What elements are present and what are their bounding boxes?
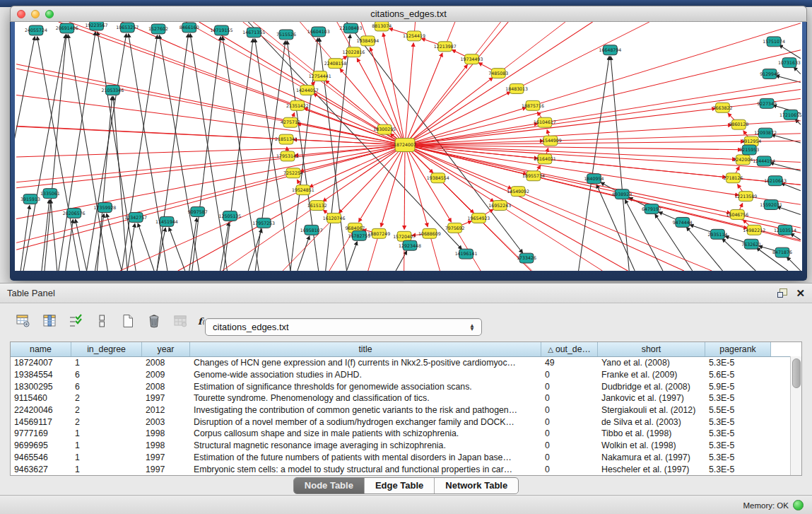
network-node[interactable]: 14196141 — [455, 249, 478, 259]
cell-pagerank[interactable]: 5.3E-5 — [705, 428, 771, 438]
network-node[interactable]: 3915913 — [20, 194, 40, 204]
network-node[interactable]: 12444194 — [753, 156, 775, 166]
network-node[interactable]: 12022816 — [343, 47, 365, 57]
column-header-out_de[interactable]: △out_de… — [541, 342, 598, 356]
network-node[interactable]: 7975692 — [445, 223, 465, 233]
network-node[interactable]: 8938923 — [612, 189, 632, 199]
column-header-name[interactable]: name — [11, 342, 71, 356]
cell-out_de[interactable]: 0 — [541, 382, 598, 392]
network-node[interactable]: 1733426 — [517, 253, 536, 263]
cell-short[interactable]: Dudbridge et al. (2008) — [598, 382, 705, 392]
network-node[interactable]: 12103514 — [774, 225, 796, 235]
cell-short[interactable]: Nakamura et al. (1997) — [598, 452, 705, 462]
table-row[interactable]: 1872400712008Changes of HCN gene express… — [11, 357, 801, 369]
cell-in_degree[interactable]: 2 — [71, 417, 142, 427]
cell-year[interactable]: 1997 — [142, 452, 190, 462]
table-row[interactable]: 911546021997Tourette syndrome. Phenomeno… — [11, 392, 801, 404]
cell-name[interactable]: 9699695 — [11, 440, 71, 450]
float-panel-icon[interactable] — [777, 288, 787, 298]
network-node[interactable]: 10719155 — [211, 25, 233, 35]
network-node[interactable]: 3215953 — [739, 145, 759, 155]
cell-short[interactable]: Tibbo et al. (1998) — [598, 428, 705, 438]
table-vertical-scrollbar[interactable] — [790, 356, 801, 475]
tab-edge-table[interactable]: Edge Table — [365, 478, 435, 493]
network-node[interactable]: 4275712 — [281, 117, 300, 127]
network-node[interactable]: 2935114 — [708, 229, 728, 239]
cell-in_degree[interactable]: 1 — [71, 452, 142, 462]
network-node[interactable]: 16164021 — [534, 154, 556, 164]
table-row[interactable]: 946554611997Estimation of the future num… — [11, 452, 801, 464]
network-node[interactable]: 16120746 — [323, 213, 346, 223]
cell-in_degree[interactable]: 6 — [71, 382, 142, 392]
network-node[interactable]: 16952243 — [488, 201, 511, 211]
network-node[interactable]: 12093872 — [754, 128, 777, 138]
network-node[interactable]: 17957253 — [252, 218, 275, 228]
cell-short[interactable]: Wolkin et al. (1998) — [598, 440, 705, 450]
network-node[interactable]: 2242004 — [733, 155, 753, 165]
cell-name[interactable]: 18724007 — [11, 358, 71, 368]
cell-short[interactable]: de Silva et al. (2003) — [598, 417, 705, 427]
scrollbar-thumb[interactable] — [792, 358, 801, 388]
cell-out_de[interactable]: 0 — [541, 440, 598, 450]
cell-title[interactable]: Disruption of a novel member of a sodium… — [190, 417, 541, 427]
table-select-dropdown[interactable]: citations_edges.txt ▲▼ — [205, 318, 482, 336]
network-node[interactable]: 2718126 — [723, 173, 743, 183]
network-node[interactable]: 21851341 — [275, 134, 298, 144]
cell-pagerank[interactable]: 5.3E-5 — [705, 358, 771, 368]
column-header-short[interactable]: short — [598, 342, 705, 356]
cell-year[interactable]: 2009 — [142, 370, 190, 380]
cell-short[interactable]: Franke et al. (2009) — [598, 370, 705, 380]
cell-name[interactable]: 9463627 — [11, 465, 71, 474]
network-node[interactable]: 24055724 — [25, 25, 47, 35]
cell-out_de[interactable]: 0 — [541, 465, 598, 474]
network-node[interactable]: 7252254 — [283, 168, 303, 178]
network-node[interactable]: 9129946 — [760, 69, 779, 79]
network-node[interactable]: 15751074 — [763, 37, 785, 47]
network-node[interactable]: 20691406 — [56, 23, 78, 33]
new-document-icon[interactable] — [119, 312, 137, 330]
table-row[interactable]: 2242004622012Investigating the contribut… — [11, 404, 801, 416]
network-node[interactable]: 16604103 — [307, 27, 330, 37]
network-node[interactable]: 18955734 — [522, 171, 545, 181]
network-node-hub[interactable]: 18724007 — [394, 139, 416, 152]
cell-name[interactable]: 9115460 — [11, 393, 71, 403]
network-node[interactable]: 7515526 — [276, 30, 296, 40]
network-node[interactable]: 17953142 — [276, 151, 299, 161]
network-node[interactable]: 12505135 — [219, 211, 242, 221]
column-header-title[interactable]: title — [190, 342, 541, 356]
network-node[interactable]: 8466160 — [180, 23, 199, 33]
cell-name[interactable]: 9465546 — [11, 452, 71, 462]
network-node[interactable]: 8813074 — [372, 22, 392, 31]
row-height-icon[interactable] — [93, 312, 111, 330]
table-row[interactable]: 946362711997Embryonic stem cells: a mode… — [11, 463, 801, 475]
cell-pagerank[interactable]: 5.3E-5 — [705, 417, 771, 427]
delete-table-icon[interactable] — [171, 312, 189, 330]
table-row[interactable]: 1830029562008Estimation of significance … — [11, 380, 801, 392]
table-row[interactable]: 977716911998Corpus callosum shape and si… — [11, 428, 801, 440]
network-node[interactable]: 15720407 — [393, 231, 416, 241]
network-node[interactable]: 9860128 — [729, 119, 748, 129]
cell-out_de[interactable]: 0 — [541, 428, 598, 438]
tab-node-table[interactable]: Node Table — [294, 478, 365, 493]
cell-in_degree[interactable]: 2 — [71, 393, 142, 403]
cell-short[interactable]: Yano et al. (2008) — [598, 358, 705, 368]
network-node[interactable]: 1615132 — [307, 201, 327, 211]
cell-year[interactable]: 1997 — [142, 393, 190, 403]
cell-in_degree[interactable]: 2 — [71, 405, 142, 415]
network-node[interactable]: 6479197 — [642, 204, 661, 214]
network-view[interactable]: 2405572420691406192235671065325715276028… — [15, 22, 802, 271]
cell-name[interactable]: 19384554 — [11, 370, 71, 380]
network-node[interactable]: 11544909 — [539, 136, 562, 146]
cell-out_de[interactable]: 0 — [541, 393, 598, 403]
network-node[interactable]: 9097587 — [188, 207, 208, 217]
cell-name[interactable]: 22420046 — [11, 405, 71, 415]
cell-title[interactable]: Embryonic stem cells: a model to study s… — [190, 465, 541, 474]
network-node[interactable]: 21351422 — [286, 100, 309, 110]
cell-year[interactable]: 2003 — [142, 417, 190, 427]
cell-title[interactable]: Genome-wide association studies in ADHD. — [190, 370, 541, 380]
network-node[interactable]: 12754441 — [309, 71, 331, 81]
table-settings-icon[interactable] — [14, 312, 33, 330]
cell-short[interactable]: Jankovic et al. (1997) — [598, 393, 705, 403]
network-node[interactable]: 21053346 — [101, 85, 124, 95]
cell-short[interactable]: Stergiakouli et al. (2012) — [598, 405, 705, 415]
